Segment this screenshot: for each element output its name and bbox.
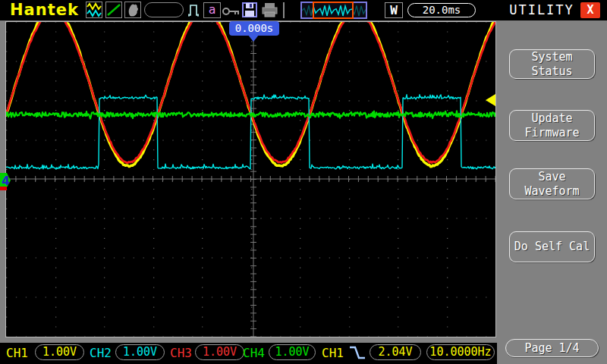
save-waveform-button[interactable]: Save Waveform xyxy=(509,168,595,199)
pulse-glyph xyxy=(187,2,203,18)
update-firmware-button[interactable]: Update Firmware xyxy=(509,110,595,141)
trigger-position-pointer-icon xyxy=(248,35,259,42)
top-toolbar: Hantek a xyxy=(0,0,497,20)
close-icon[interactable]: X xyxy=(580,2,600,18)
trigger-frequency-readout[interactable]: 10.0000Hz xyxy=(426,344,495,360)
trigger-position-tag[interactable]: 0.000s xyxy=(229,21,279,36)
ch1-scale-readout[interactable]: 1.00V xyxy=(35,344,84,360)
ch4-marker-glyph: 4 xyxy=(0,173,11,188)
ch1-label[interactable]: CH1 xyxy=(6,346,28,360)
channel-status-bar: CH1 1.00V CH2 1.00V CH3 1.00V CH4 1.00V … xyxy=(0,343,497,364)
waveform-display xyxy=(5,21,496,337)
channel-waves-icon[interactable] xyxy=(86,2,102,18)
waveform-preview[interactable] xyxy=(300,2,367,19)
save-floppy-icon[interactable] xyxy=(241,2,258,21)
trigger-level-readout[interactable]: 2.04V xyxy=(370,344,421,360)
system-status-button[interactable]: System Status xyxy=(509,49,595,79)
page-indicator-button[interactable]: Page 1/4 xyxy=(505,339,599,357)
channel-waves-glyph xyxy=(86,2,102,17)
trigger-level-arrow-icon xyxy=(486,94,495,106)
hand-icon[interactable] xyxy=(124,2,141,18)
letter-a-icon[interactable]: a xyxy=(203,2,221,18)
brand-logo: Hantek xyxy=(10,1,79,19)
key-glyph xyxy=(222,7,241,17)
ch3-ground-marker[interactable] xyxy=(0,187,7,190)
do-self-cal-button[interactable]: Do Self Cal xyxy=(509,231,595,262)
floppy-glyph xyxy=(241,2,258,18)
menu-sidebar: UTILITY X System Status Update Firmware … xyxy=(497,0,607,364)
falling-edge-glyph xyxy=(348,345,366,360)
ch3-label[interactable]: CH3 xyxy=(170,346,192,360)
status-pill xyxy=(144,2,184,17)
ch4-label[interactable]: CH4 xyxy=(243,346,265,360)
menu-header: UTILITY X xyxy=(497,0,607,20)
menu-title: UTILITY xyxy=(497,2,587,17)
ch4-scale-readout[interactable]: 1.00V xyxy=(269,344,316,360)
hand-glyph xyxy=(125,2,140,17)
falling-edge-icon[interactable] xyxy=(348,345,366,363)
rising-line-glyph xyxy=(106,2,121,17)
key-icon[interactable] xyxy=(222,5,241,20)
print-icon[interactable] xyxy=(261,2,278,21)
waveform-canvas xyxy=(6,22,495,337)
ch2-label[interactable]: CH2 xyxy=(90,346,112,360)
ch2-scale-readout[interactable]: 1.00V xyxy=(115,344,165,360)
window-mode-icon[interactable]: W xyxy=(385,2,403,18)
ch3-scale-readout[interactable]: 1.00V xyxy=(195,344,244,360)
preview-selection-box[interactable] xyxy=(313,2,354,19)
toolbar-separator xyxy=(283,2,285,18)
print-glyph xyxy=(261,2,278,18)
pulse-icon[interactable] xyxy=(187,2,203,21)
rising-line-icon[interactable] xyxy=(105,2,122,18)
trigger-source-label[interactable]: CH1 xyxy=(322,346,344,360)
timebase-readout[interactable]: 20.0ms xyxy=(407,3,476,17)
